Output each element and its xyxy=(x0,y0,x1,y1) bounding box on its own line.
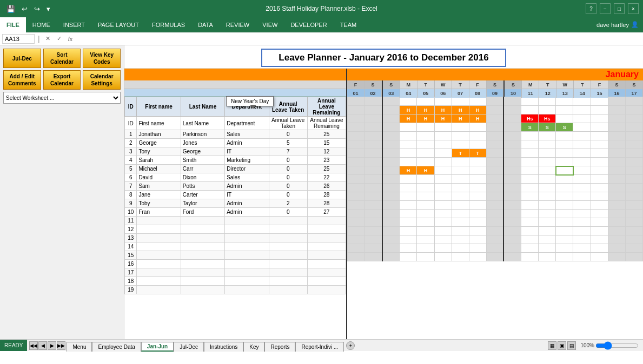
cal-cell-12-13[interactable] xyxy=(573,201,591,210)
cal-cell-12-5[interactable] xyxy=(434,201,452,210)
cal-cell-3-9[interactable] xyxy=(503,123,521,132)
cal-cell-4-11[interactable] xyxy=(539,132,556,140)
cal-cell-17-2[interactable] xyxy=(382,244,400,253)
cal-cell-13-7[interactable] xyxy=(469,210,486,218)
cal-cell-17-14[interactable] xyxy=(591,244,608,253)
cal-cell-16-16[interactable] xyxy=(625,235,642,244)
cal-cell-17-7[interactable] xyxy=(469,244,486,253)
cal-cell-1-3[interactable]: H xyxy=(400,106,417,114)
cal-cell-7-3[interactable] xyxy=(400,158,417,166)
cal-cell-16-12[interactable] xyxy=(556,235,573,244)
cal-cell-12-15[interactable] xyxy=(608,201,625,210)
cal-cell-9-10[interactable] xyxy=(521,175,539,184)
cal-cell-16-5[interactable] xyxy=(434,235,452,244)
cal-cell-5-8[interactable] xyxy=(486,140,503,149)
tab-scroll-left-start[interactable]: ◀◀ xyxy=(29,341,38,350)
cal-cell-0-13[interactable] xyxy=(573,97,591,106)
cal-cell-13-8[interactable] xyxy=(486,210,503,218)
sheet-tab-report-indivi----[interactable]: Report-Indivi ... xyxy=(295,342,344,352)
select-worksheet-dropdown[interactable]: Select Worksheet ... xyxy=(3,92,121,104)
cal-cell-14-11[interactable] xyxy=(539,218,556,227)
cal-cell-12-10[interactable] xyxy=(521,201,539,210)
cal-cell-11-3[interactable] xyxy=(400,192,417,201)
normal-view-icon[interactable]: ▦ xyxy=(548,341,556,350)
cal-cell-4-0[interactable] xyxy=(348,132,365,140)
cal-cell-18-4[interactable] xyxy=(417,253,434,261)
sheet-tab-jan-jun[interactable]: Jan-Jun xyxy=(141,342,174,352)
ribbon-tab-review[interactable]: REVIEW xyxy=(220,17,256,32)
cal-cell-18-12[interactable] xyxy=(556,253,573,261)
cal-cell-11-14[interactable] xyxy=(591,192,608,201)
cal-cell-9-0[interactable] xyxy=(348,175,365,184)
cal-cell-6-7[interactable]: T xyxy=(469,149,486,158)
cal-cell-5-7[interactable] xyxy=(469,140,486,149)
cal-cell-4-7[interactable] xyxy=(469,132,486,140)
cal-cell-13-4[interactable] xyxy=(417,210,434,218)
cal-cell-11-16[interactable] xyxy=(625,192,642,201)
cal-cell-6-10[interactable] xyxy=(521,149,539,158)
ribbon-tab-view[interactable]: VIEW xyxy=(256,17,284,32)
cal-cell-16-11[interactable] xyxy=(539,235,556,244)
cal-cell-18-6[interactable] xyxy=(452,253,469,261)
cal-cell-0-14[interactable] xyxy=(591,97,608,106)
cal-cell-3-8[interactable] xyxy=(486,123,503,132)
cal-cell-6-6[interactable]: T xyxy=(452,149,469,158)
cal-cell-16-15[interactable] xyxy=(608,235,625,244)
cal-cell-10-16[interactable] xyxy=(625,184,642,192)
cal-cell-11-12[interactable] xyxy=(556,192,573,201)
cal-cell-0-12[interactable] xyxy=(556,97,573,106)
cal-cell-11-4[interactable] xyxy=(417,192,434,201)
cal-cell-10-2[interactable] xyxy=(382,184,400,192)
cal-cell-4-5[interactable] xyxy=(434,132,452,140)
cal-cell-1-5[interactable]: H xyxy=(434,106,452,114)
cal-cell-13-9[interactable] xyxy=(503,210,521,218)
calendar-settings-button[interactable]: CalendarSettings xyxy=(83,70,121,90)
cal-cell-16-1[interactable] xyxy=(365,235,382,244)
cal-cell-18-14[interactable] xyxy=(591,253,608,261)
tab-scroll-right[interactable]: ▶ xyxy=(48,341,56,350)
cal-cell-18-10[interactable] xyxy=(521,253,539,261)
cal-cell-2-1[interactable] xyxy=(365,114,382,123)
cal-cell-4-13[interactable] xyxy=(573,132,591,140)
cal-cell-5-13[interactable] xyxy=(573,140,591,149)
cal-cell-6-13[interactable] xyxy=(573,149,591,158)
cal-cell-16-0[interactable] xyxy=(348,235,365,244)
cal-cell-8-0[interactable] xyxy=(348,166,365,175)
cal-cell-8-3[interactable]: H xyxy=(400,166,417,175)
cell-reference[interactable]: AA13 xyxy=(2,34,35,44)
cal-cell-0-8[interactable] xyxy=(486,97,503,106)
cal-cell-12-16[interactable] xyxy=(625,201,642,210)
cal-cell-9-13[interactable] xyxy=(573,175,591,184)
cal-cell-16-4[interactable] xyxy=(417,235,434,244)
cal-cell-5-4[interactable] xyxy=(417,140,434,149)
close-button[interactable]: × xyxy=(628,3,639,14)
cal-cell-9-16[interactable] xyxy=(625,175,642,184)
cal-cell-6-0[interactable] xyxy=(348,149,365,158)
cal-cell-2-3[interactable]: H xyxy=(400,114,417,123)
cal-cell-1-8[interactable] xyxy=(486,106,503,114)
cal-cell-14-14[interactable] xyxy=(591,218,608,227)
cal-cell-14-10[interactable] xyxy=(521,218,539,227)
cal-cell-10-1[interactable] xyxy=(365,184,382,192)
cal-cell-5-2[interactable] xyxy=(382,140,400,149)
cal-cell-10-3[interactable] xyxy=(400,184,417,192)
cal-cell-12-6[interactable] xyxy=(452,201,469,210)
cal-cell-8-16[interactable] xyxy=(625,166,642,175)
cal-cell-0-4[interactable] xyxy=(417,97,434,106)
cal-cell-1-14[interactable] xyxy=(591,106,608,114)
cal-cell-4-16[interactable] xyxy=(625,132,642,140)
cal-cell-8-4[interactable]: H xyxy=(417,166,434,175)
cal-cell-7-5[interactable] xyxy=(434,158,452,166)
cal-cell-8-9[interactable] xyxy=(503,166,521,175)
cal-cell-12-12[interactable] xyxy=(556,201,573,210)
cal-cell-16-10[interactable] xyxy=(521,235,539,244)
cal-cell-14-4[interactable] xyxy=(417,218,434,227)
cal-cell-13-13[interactable] xyxy=(573,210,591,218)
cal-cell-9-4[interactable] xyxy=(417,175,434,184)
cal-cell-12-3[interactable] xyxy=(400,201,417,210)
cal-cell-8-5[interactable] xyxy=(434,166,452,175)
cal-cell-13-10[interactable] xyxy=(521,210,539,218)
ribbon-tab-developer[interactable]: DEVELOPER xyxy=(284,17,333,32)
cal-cell-3-0[interactable] xyxy=(348,123,365,132)
cal-cell-11-9[interactable] xyxy=(503,192,521,201)
